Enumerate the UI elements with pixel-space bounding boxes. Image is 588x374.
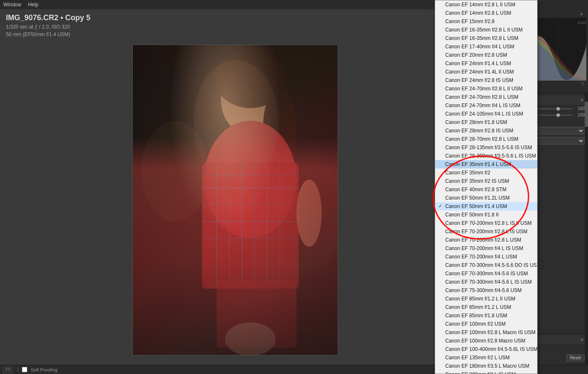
view-controls: YY: [3, 367, 12, 372]
distortion-value: 100: [574, 106, 585, 111]
lens-option-28[interactable]: Canon EF 70-200mm f/2.8 L USM: [435, 236, 537, 244]
lens-option-0[interactable]: Canon EF 14mm f/2.8 L II USM: [435, 0, 537, 9]
image-container: [0, 41, 470, 365]
svg-point-6: [204, 121, 297, 238]
lens-option-30[interactable]: Canon EF 70-200mm f/4 L USM: [435, 253, 537, 261]
lens-option-8[interactable]: Canon EF 24mm f/1.4L II USM: [435, 68, 537, 76]
menu-help[interactable]: Help: [28, 2, 39, 8]
svg-point-3: [221, 64, 280, 135]
lens-option-24[interactable]: Canon EF 50mm f/1.4 USM: [435, 202, 537, 211]
photo-metadata: IMG_9076.CR2 • Copy 5 1/320 sec at ƒ / 2…: [0, 9, 470, 41]
lens-option-33[interactable]: Canon EF 70-300mm f/4-5.6 L IS USM: [435, 278, 537, 286]
lens-option-40[interactable]: Canon EF 100mm f/2.8 Macro USM: [435, 337, 537, 345]
lens-option-35[interactable]: Canon EF 85mm f/1.2 L II USM: [435, 295, 537, 303]
yyy-button[interactable]: YY: [3, 367, 12, 373]
photo-display: [132, 45, 338, 356]
lateral-value: 100: [574, 113, 585, 117]
reset-button[interactable]: Reset: [566, 354, 585, 361]
lens-option-11[interactable]: Canon EF 24-70mm f/2.8 L USM: [435, 93, 537, 101]
svg-rect-0: [133, 45, 338, 356]
photo-lens: 50 mm (EF50mm f/1.4 USM): [6, 31, 465, 38]
lens-option-21[interactable]: Canon EF 35mm f/2 IS USM: [435, 177, 537, 185]
lens-option-14[interactable]: Canon EF 28mm f/1.8 USM: [435, 118, 537, 126]
svg-point-4: [215, 49, 286, 108]
right-scrollbar[interactable]: [585, 93, 588, 365]
lens-option-19[interactable]: Canon EF 35mm f/1.4 L USM: [435, 160, 537, 169]
lens-dropdown[interactable]: Canon EF 14mm f/2.8 L II USMCanon EF 14m…: [435, 0, 538, 374]
lens-option-39[interactable]: Canon EF 100mm f/2.8 L Macro IS USM: [435, 328, 537, 337]
lens-option-2[interactable]: Canon EF 15mm f/2.8: [435, 17, 537, 26]
lens-option-12[interactable]: Canon EF 24-70mm f/4 L IS USM: [435, 101, 537, 110]
svg-text:1/320: 1/320: [577, 21, 586, 25]
svg-point-21: [225, 322, 276, 356]
menu-window[interactable]: Window: [3, 2, 21, 8]
lens-option-10[interactable]: Canon EF 24-70mm f/2.8 L II USM: [435, 84, 537, 93]
hist-val-right: 0: [581, 82, 584, 86]
soft-proofing-checkbox[interactable]: [22, 367, 27, 372]
lens-option-29[interactable]: Canon EF 70-200mm f/4 L IS USM: [435, 244, 537, 253]
left-panel: IMG_9076.CR2 • Copy 5 1/320 sec at ƒ / 2…: [0, 9, 470, 365]
lens-option-3[interactable]: Canon EF 16-35mm f/2.8 L II USM: [435, 26, 537, 34]
lens-option-1[interactable]: Canon EF 14mm f/2.8 L USM: [435, 9, 537, 17]
soft-proofing-label: Soft Proofing: [31, 367, 58, 372]
lens-option-4[interactable]: Canon EF 16-35mm f/2.8 L USM: [435, 34, 537, 42]
lens-option-9[interactable]: Canon EF 24mm f/2.8 IS USM: [435, 76, 537, 84]
svg-rect-20: [217, 280, 297, 348]
lens-option-42[interactable]: Canon EF 135mm f/2 L USM: [435, 353, 537, 362]
lens-option-41[interactable]: Canon EF 100-400mm f/4.5-5.6L IS USM: [435, 345, 537, 353]
lens-option-26[interactable]: Canon EF 70-200mm f/2.8 L IS II USM: [435, 219, 537, 227]
lateral-thumb[interactable]: [556, 113, 560, 117]
right-scroll-thumb[interactable]: [585, 102, 588, 127]
lens-option-43[interactable]: Canon EF 180mm f/3.5 L Macro USM: [435, 362, 537, 370]
lens-option-18[interactable]: Canon EF 28-300mm f/3.5-5.6 L IS USM: [435, 152, 537, 160]
lens-option-6[interactable]: Canon EF 20mm f/2.8 USM: [435, 51, 537, 59]
histogram-expand-icon[interactable]: ▼: [579, 12, 584, 17]
lens-option-22[interactable]: Canon EF 40mm f/2.8 STM: [435, 185, 537, 194]
lens-option-5[interactable]: Canon EF 17-40mm f/4 L USM: [435, 42, 537, 51]
photo-title: IMG_9076.CR2 • Copy 5: [6, 13, 465, 22]
photo-info: 1/320 sec at ƒ / 2.0, ISO 320 50 mm (EF5…: [6, 23, 465, 38]
lens-option-32[interactable]: Canon EF 70-300mm f/4-5.6 IS USM: [435, 269, 537, 278]
svg-point-2: [259, 150, 338, 276]
lens-option-34[interactable]: Canon EF 75-300mm f/4-5.6 USM: [435, 286, 537, 295]
svg-point-1: [141, 121, 208, 221]
lens-option-36[interactable]: Canon EF 85mm f/1.2 L USM: [435, 303, 537, 311]
lens-option-15[interactable]: Canon EF 28mm f/2.8 IS USM: [435, 126, 537, 135]
lens-option-17[interactable]: Canon EF 28-135mm f/3.5-5.6 IS USM: [435, 143, 537, 152]
lens-option-31[interactable]: Canon EF 70-300mm f/4.5-5.6 DO IS USM: [435, 261, 537, 269]
lens-option-23[interactable]: Canon EF 50mm f/1.2L USM: [435, 194, 537, 202]
effects-expand-icon[interactable]: ▼: [580, 337, 585, 343]
distortion-thumb[interactable]: [556, 107, 560, 111]
lens-option-37[interactable]: Canon EF 85mm f/1.8 USM: [435, 311, 537, 320]
lens-option-13[interactable]: Canon EF 24-105mm f/4 L IS USM: [435, 110, 537, 118]
separator: |: [17, 367, 18, 372]
svg-point-19: [297, 179, 322, 247]
lens-option-7[interactable]: Canon EF 24mm f/1.4 L USM: [435, 59, 537, 68]
photo-exposure: 1/320 sec at ƒ / 2.0, ISO 320: [6, 23, 465, 31]
svg-rect-22: [133, 45, 338, 356]
lens-option-25[interactable]: Canon EF 50mm f/1.8 II: [435, 211, 537, 219]
svg-rect-7: [202, 163, 299, 289]
lens-option-16[interactable]: Canon EF 28-70mm f/2.8 L USM: [435, 135, 537, 143]
lens-option-27[interactable]: Canon EF 70-200mm f/2.8 L IS USM: [435, 227, 537, 236]
svg-point-5: [263, 87, 297, 171]
lens-option-20[interactable]: Canon EF 35mm f/2: [435, 169, 537, 177]
lens-option-38[interactable]: Canon EF 100mm f/2 USM: [435, 320, 537, 328]
lens-option-44[interactable]: Canon EF 200mm f/2 L IS USM: [435, 370, 537, 374]
corrections-expand-icon[interactable]: ▼: [580, 97, 585, 103]
